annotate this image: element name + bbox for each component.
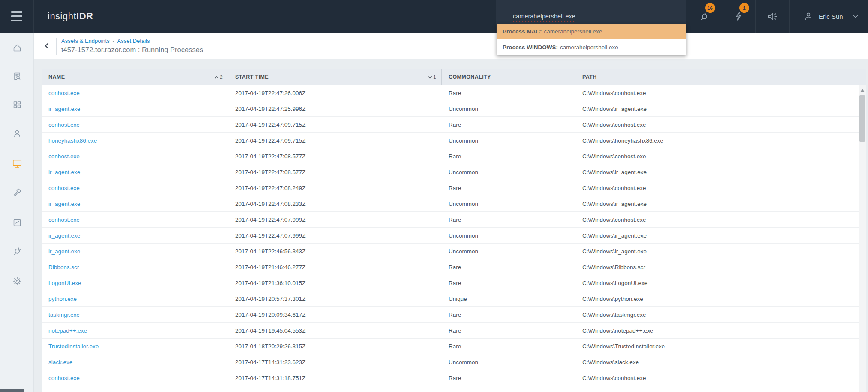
process-name-link[interactable]: python.exe xyxy=(48,296,77,302)
table-body: conhost.exe 2017-04-19T22:47:26.006Z Rar… xyxy=(42,85,859,392)
commonality-cell: Rare xyxy=(442,343,575,350)
process-name-link[interactable]: honeyhashx86.exe xyxy=(48,137,97,144)
gavel-icon xyxy=(12,187,23,198)
table-row: conhost.exe 2017-04-19T22:47:07.999Z Rar… xyxy=(42,212,859,228)
breadcrumb-separator: • xyxy=(113,39,114,44)
sort-down-icon xyxy=(428,75,432,79)
search-query-text: camerahelpershell.exe xyxy=(513,13,575,20)
logo-text-bold: IDR xyxy=(76,11,93,22)
commonality-cell: Uncommon xyxy=(442,248,575,255)
process-name-link[interactable]: TrustedInstaller.exe xyxy=(48,343,99,350)
table-row: python.exe 2017-04-19T20:57:37.301Z Uniq… xyxy=(42,291,859,307)
process-name-link[interactable]: Ribbons.scr xyxy=(48,264,79,270)
sidebar-item-home[interactable] xyxy=(0,39,34,57)
process-name-link[interactable]: conhost.exe xyxy=(48,375,80,381)
column-label: COMMONALITY xyxy=(449,74,491,80)
breadcrumb-asset-details[interactable]: Asset Details xyxy=(117,38,150,44)
sidebar-item-data-collection[interactable] xyxy=(0,242,34,261)
log-search-icon xyxy=(12,71,22,81)
path-cell: C:\Windows\conhost.exe xyxy=(575,217,859,223)
table-row: LogonUI.exe 2017-04-19T21:36:10.015Z Rar… xyxy=(42,275,859,291)
table-row: ir_agent.exe 2017-04-19T22:47:08.577Z Un… xyxy=(42,164,859,180)
process-name-link[interactable]: ir_agent.exe xyxy=(48,106,80,112)
process-name-link[interactable]: conhost.exe xyxy=(48,153,80,160)
process-name-link[interactable]: ir_agent.exe xyxy=(48,169,80,175)
commonality-cell: Uncommon xyxy=(442,106,575,112)
table-scrollbar[interactable] xyxy=(859,85,866,392)
start-time-cell: 2017-04-19T22:47:08.249Z xyxy=(228,185,442,191)
table-row: ir_agent.exe 2017-04-19T22:47:07.999Z Un… xyxy=(42,228,859,244)
commonality-cell: Rare xyxy=(442,327,575,334)
process-name-link[interactable]: taskmgr.exe xyxy=(48,312,80,318)
dashboard-icon xyxy=(12,100,22,110)
start-time-cell: 2017-04-19T22:47:09.715Z xyxy=(228,122,442,128)
start-time-cell: 2017-04-19T22:47:09.715Z xyxy=(228,137,442,144)
scrollbar-up-arrow[interactable] xyxy=(859,87,866,92)
column-header-commonality[interactable]: COMMONALITY xyxy=(442,69,575,85)
user-menu[interactable]: Eric Sun xyxy=(789,0,868,33)
page-header: Assets & Endpoints•Asset Details t457-15… xyxy=(34,33,868,59)
start-time-cell: 2017-04-19T22:46:56.343Z xyxy=(228,248,442,255)
sort-order-number: 1 xyxy=(433,74,436,80)
column-header-start-time[interactable]: START TIME 1 xyxy=(228,69,442,85)
path-cell: C:\Windows\Ribbons.scr xyxy=(575,264,859,270)
logo-text-light: insight xyxy=(48,11,76,22)
alerts-button[interactable]: 1 xyxy=(721,0,755,33)
sidebar-item-log-search[interactable] xyxy=(0,67,34,86)
user-icon xyxy=(803,11,814,21)
process-name-link[interactable]: LogonUI.exe xyxy=(48,280,81,286)
path-cell: C:\Windows\conhost.exe xyxy=(575,375,859,381)
process-name-link[interactable]: conhost.exe xyxy=(48,90,80,96)
process-name-link[interactable]: ir_agent.exe xyxy=(48,201,80,207)
path-cell: C:\Windows\conhost.exe xyxy=(575,153,859,160)
sidebar-item-reports[interactable] xyxy=(0,213,34,232)
table-row: honeyhashx86.exe 2017-04-19T22:47:09.715… xyxy=(42,133,859,148)
process-name-link[interactable]: conhost.exe xyxy=(48,185,80,191)
suggestion-label: Process WINDOWS: xyxy=(503,44,558,50)
table-row: ir_agent.exe 2017-04-19T22:47:08.233Z Un… xyxy=(42,196,859,212)
path-cell: C:\Windows\honeyhashx86.exe xyxy=(575,137,859,144)
process-name-link[interactable]: conhost.exe xyxy=(48,122,80,128)
sidebar-item-assets-endpoints[interactable] xyxy=(0,154,34,173)
users-icon xyxy=(12,128,22,139)
header-divider xyxy=(56,38,57,55)
scrollbar-thumb[interactable] xyxy=(859,95,865,142)
column-header-name[interactable]: NAME 2 xyxy=(42,69,228,85)
suggestion-process-windows[interactable]: Process WINDOWS: camerahelpershell.exe xyxy=(497,39,686,55)
process-name-link[interactable]: notepad++.exe xyxy=(48,327,87,334)
process-name-link[interactable]: slack.exe xyxy=(48,359,72,365)
table-row: conhost.exe 2017-04-19T22:47:09.715Z Rar… xyxy=(42,117,859,133)
start-time-cell: 2017-04-19T22:47:07.999Z xyxy=(228,232,442,239)
process-name-link[interactable]: ir_agent.exe xyxy=(48,232,80,239)
reports-chart-icon xyxy=(12,217,22,228)
sidebar-item-users[interactable] xyxy=(0,124,34,143)
sidebar-item-investigations[interactable] xyxy=(0,183,34,202)
announcements-button[interactable] xyxy=(755,0,789,33)
suggestion-process-mac[interactable]: Process MAC: camerahelpershell.exe xyxy=(497,24,686,39)
table-row: taskmgr.exe 2017-04-19T20:09:34.617Z Rar… xyxy=(42,307,859,323)
table-row: ir_agent.exe 2017-04-19T22:46:56.343Z Un… xyxy=(42,244,859,259)
process-name-link[interactable]: conhost.exe xyxy=(48,217,80,223)
start-time-cell: 2017-04-19T19:45:04.553Z xyxy=(228,327,442,334)
sidebar-item-dashboards[interactable] xyxy=(0,95,34,114)
breadcrumb-assets-endpoints[interactable]: Assets & Endpoints xyxy=(61,38,110,44)
plug-icon xyxy=(12,246,22,256)
top-navigation-bar: insightIDR camerahelpershell.exe 16 1 xyxy=(0,0,868,33)
column-header-path[interactable]: PATH xyxy=(575,69,866,85)
process-name-link[interactable]: ir_agent.exe xyxy=(48,248,80,255)
commonality-cell: Rare xyxy=(442,90,575,96)
data-collection-status-button[interactable]: 16 xyxy=(687,0,721,33)
sidebar-item-settings[interactable] xyxy=(0,272,34,291)
start-time-cell: 2017-04-19T22:47:08.577Z xyxy=(228,153,442,160)
start-time-cell: 2017-04-19T22:47:08.233Z xyxy=(228,201,442,207)
start-time-cell: 2017-04-19T22:47:08.577Z xyxy=(228,169,442,175)
commonality-cell: Uncommon xyxy=(442,137,575,144)
start-time-cell: 2017-04-18T20:29:26.315Z xyxy=(228,343,442,350)
hamburger-menu-button[interactable] xyxy=(0,0,34,33)
home-icon xyxy=(12,43,22,53)
start-time-cell: 2017-04-19T20:09:34.617Z xyxy=(228,312,442,318)
path-cell: C:\Windows\conhost.exe xyxy=(575,122,859,128)
table-row: conhost.exe 2017-04-19T22:47:26.006Z Rar… xyxy=(42,85,859,101)
back-button[interactable] xyxy=(41,39,53,52)
settings-gear-icon xyxy=(12,276,22,286)
